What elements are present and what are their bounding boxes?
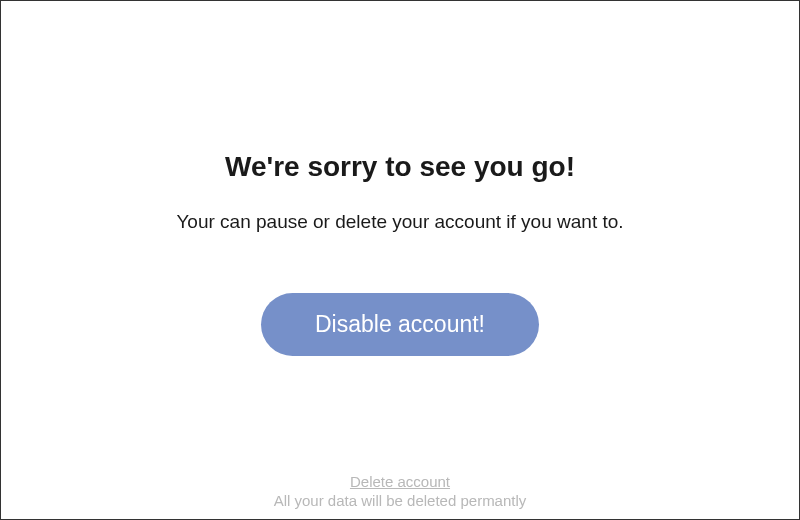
footer-note: All your data will be deleted permantly	[1, 492, 799, 509]
delete-account-link[interactable]: Delete account	[350, 473, 450, 490]
page-heading: We're sorry to see you go!	[225, 151, 575, 183]
disable-account-button[interactable]: Disable account!	[261, 293, 539, 356]
page-subtext: Your can pause or delete your account if…	[176, 211, 623, 233]
footer: Delete account All your data will be del…	[1, 473, 799, 509]
